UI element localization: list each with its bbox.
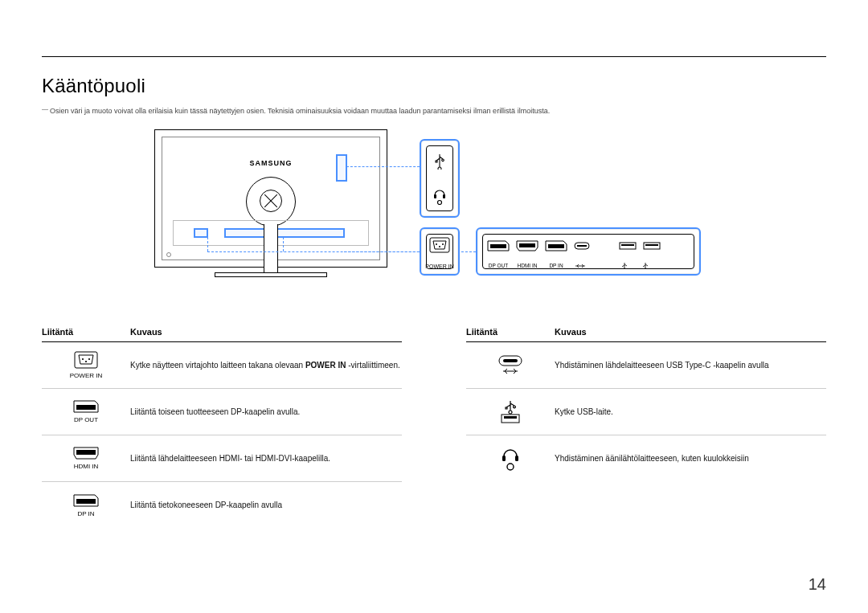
port-label: DP IN xyxy=(77,510,94,517)
usb-a-port-icon xyxy=(643,242,661,250)
port-label: POWER IN xyxy=(70,372,102,379)
svg-rect-0 xyxy=(434,194,436,198)
page-number: 14 xyxy=(809,575,826,594)
svg-rect-28 xyxy=(515,456,518,461)
table-row: Kytke USB-laite. xyxy=(466,389,826,435)
highlight-hports-area xyxy=(224,228,345,238)
svg-rect-15 xyxy=(645,244,658,246)
desc-post: -virtaliittimeen. xyxy=(346,361,399,370)
highlight-usb-hp-area xyxy=(336,154,347,182)
leader-hports-v xyxy=(283,237,284,251)
svg-rect-1 xyxy=(443,194,445,198)
svg-point-29 xyxy=(507,464,514,470)
top-rule xyxy=(42,56,826,57)
usb-a-port-icon xyxy=(619,242,637,250)
svg-point-19 xyxy=(85,361,87,362)
dp-out-label: DP OUT xyxy=(487,263,510,269)
hdmi-port-icon xyxy=(73,447,99,460)
callout-hports: DP OUT HDMI IN DP IN xyxy=(476,227,701,276)
brand-logo: SAMSUNG xyxy=(249,159,292,167)
th-desc: Kuvaus xyxy=(555,327,826,337)
port-desc: Kytke näytteen virtajohto laitteen takan… xyxy=(130,360,402,371)
usb-sym-icon xyxy=(619,263,633,269)
port-label: HDMI IN xyxy=(74,463,99,470)
hports-labels: DP OUT HDMI IN DP IN xyxy=(487,263,690,269)
svg-point-18 xyxy=(88,358,90,360)
usb-sym-icon xyxy=(640,263,654,269)
desc-bold: POWER IN xyxy=(305,361,346,370)
dp-out-port-icon xyxy=(487,240,510,251)
svg-rect-3 xyxy=(430,238,449,252)
stand-base xyxy=(215,272,327,277)
dp-port-icon xyxy=(73,494,99,507)
port-cell: HDMI IN xyxy=(42,447,130,470)
highlight-power-area xyxy=(194,228,208,238)
svg-point-2 xyxy=(438,201,442,205)
port-tables: Liitäntä Kuvaus POWER IN Kytke näytteen … xyxy=(42,324,826,529)
svg-point-5 xyxy=(442,243,444,245)
port-label: DP OUT xyxy=(74,416,98,423)
monitor-back-illustration: SAMSUNG xyxy=(154,129,387,290)
table-row: POWER IN Kytke näytteen virtajohto laitt… xyxy=(42,342,402,389)
page-title: Kääntöpuoli xyxy=(42,75,826,97)
stand-neck xyxy=(264,224,278,274)
port-cell xyxy=(466,355,555,376)
port-table-right: Liitäntä Kuvaus Yhdistäminen lähdelaitte… xyxy=(466,324,826,529)
headphone-icon xyxy=(432,187,447,205)
port-desc: Liitäntä toiseen tuotteeseen DP-kaapelin… xyxy=(130,407,402,418)
dp-in-label: DP IN xyxy=(545,263,567,269)
svg-point-6 xyxy=(439,246,440,247)
usb-c-port-icon xyxy=(574,242,590,250)
callout-power: POWER IN xyxy=(420,227,460,276)
hports-row xyxy=(487,240,690,251)
th-desc: Kuvaus xyxy=(130,327,402,337)
table-header: Liitäntä Kuvaus xyxy=(466,324,826,342)
table-row: DP IN Liitäntä tietokoneeseen DP-kaapeli… xyxy=(42,482,402,529)
usb-a-port-icon xyxy=(498,400,522,424)
table-header: Liitäntä Kuvaus xyxy=(42,324,402,342)
headphone-icon xyxy=(501,447,520,471)
table-row: HDMI IN Liitäntä lähdelaitteeseen HDMI- … xyxy=(42,435,402,482)
callout-usb-headphone xyxy=(420,139,460,218)
table-row: Yhdistäminen äänilähtölaitteeseen, kuten… xyxy=(466,435,826,482)
port-desc: Yhdistäminen lähdelaitteeseen USB Type-C… xyxy=(555,360,826,371)
port-desc: Yhdistäminen äänilähtölaitteeseen, kuten… xyxy=(555,453,826,464)
svg-rect-24 xyxy=(503,359,518,362)
svg-rect-16 xyxy=(75,352,97,368)
svg-rect-9 xyxy=(548,244,564,248)
hdmi-in-label: HDMI IN xyxy=(516,263,538,269)
svg-point-17 xyxy=(82,358,84,360)
svg-rect-21 xyxy=(76,450,96,455)
leader-usb xyxy=(346,166,420,167)
port-cell xyxy=(466,400,555,424)
disclaimer-note: Osien väri ja muoto voivat olla erilaisi… xyxy=(42,107,826,115)
iec-power-icon xyxy=(429,237,450,253)
dp-in-port-icon xyxy=(545,240,567,251)
port-cell: DP IN xyxy=(42,494,130,517)
svg-rect-20 xyxy=(76,405,96,410)
table-row: Yhdistäminen lähdelaitteeseen USB Type-C… xyxy=(466,342,826,389)
svg-rect-27 xyxy=(502,456,506,461)
leader-power-v xyxy=(207,237,208,251)
svg-point-4 xyxy=(436,243,437,245)
table-row: DP OUT Liitäntä toiseen tuotteeseen DP-k… xyxy=(42,389,402,435)
th-port: Liitäntä xyxy=(42,327,130,337)
port-desc: Liitäntä lähdelaitteeseen HDMI- tai HDMI… xyxy=(130,453,402,464)
iec-power-icon xyxy=(74,351,98,369)
svg-rect-7 xyxy=(490,244,506,248)
port-cell: DP OUT xyxy=(42,400,130,423)
usb-c-port-icon xyxy=(498,355,522,376)
hdmi-in-port-icon xyxy=(516,240,538,251)
port-cell xyxy=(466,447,555,471)
th-port: Liitäntä xyxy=(466,327,555,337)
svg-rect-11 xyxy=(577,245,587,247)
rear-diagram: SAMSUNG xyxy=(154,129,826,306)
svg-rect-13 xyxy=(621,244,634,246)
desc-pre: Kytke näytteen virtajohto laitteen takan… xyxy=(130,361,305,370)
port-table-left: Liitäntä Kuvaus POWER IN Kytke näytteen … xyxy=(42,324,402,529)
power-in-label: POWER IN xyxy=(421,264,458,269)
dp-port-icon xyxy=(73,400,99,413)
svg-rect-22 xyxy=(76,499,96,504)
usb-icon xyxy=(432,153,447,170)
stand-mount-cross xyxy=(260,190,282,212)
